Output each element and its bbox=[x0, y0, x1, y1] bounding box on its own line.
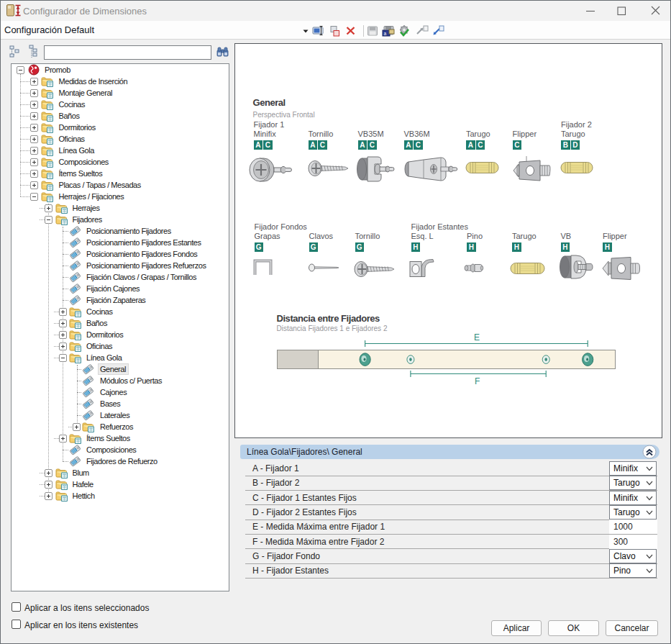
svg-text:a: a bbox=[384, 31, 387, 36]
svg-text:F: F bbox=[475, 376, 480, 386]
svg-text:E: E bbox=[474, 332, 480, 343]
